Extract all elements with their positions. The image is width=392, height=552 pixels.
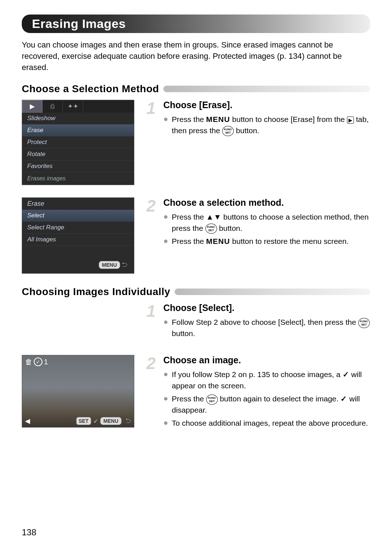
heading-bar bbox=[163, 86, 370, 92]
checkmark-icon bbox=[340, 394, 347, 403]
s1-step2-b2: ● Press the MENU button to restore the m… bbox=[163, 236, 370, 247]
set-badge: SET bbox=[76, 417, 91, 425]
section2-row2: 🗑 ✓ 1 ◀ SET ✓ MENU ⮌ 2 Choose an image. … bbox=[22, 355, 370, 437]
s2-step2-b2: ● Press the FUNCSET button again to dese… bbox=[163, 393, 370, 416]
func-set-icon: FUNCSET bbox=[358, 318, 370, 328]
tab-print: ⎙ bbox=[42, 100, 63, 113]
heading-bar bbox=[175, 289, 370, 295]
bullet-icon: ● bbox=[163, 418, 168, 429]
section2-heading: Choosing Images Individually bbox=[22, 286, 170, 298]
step-number-1: 1 bbox=[144, 303, 158, 341]
text: If you follow Step 2 on p. 135 to choose… bbox=[172, 370, 342, 379]
bullet-icon: ● bbox=[163, 212, 168, 234]
menu-rotate: Rotate bbox=[22, 148, 134, 160]
s2-step2-title: Choose an image. bbox=[163, 355, 370, 365]
erase-all-images: All Images bbox=[22, 234, 134, 246]
bullet-icon: ● bbox=[163, 114, 168, 136]
s2-step1-title: Choose [Select]. bbox=[163, 303, 370, 313]
text: Press the bbox=[172, 237, 206, 245]
check-icon: ✓ bbox=[93, 418, 98, 425]
section1-row2: Erase Select Select Range All Images MEN… bbox=[22, 197, 370, 279]
section2-heading-row: Choosing Images Individually bbox=[22, 286, 370, 298]
s2-step2: 2 Choose an image. ● If you follow Step … bbox=[144, 355, 370, 431]
erase-select-range: Select Range bbox=[22, 222, 134, 234]
menu-slideshow: Slideshow bbox=[22, 113, 134, 124]
erase-title: Erase bbox=[22, 198, 134, 210]
s2-step2-b1: ● If you follow Step 2 on p. 135 to choo… bbox=[163, 369, 370, 391]
bullet-icon: ● bbox=[163, 369, 168, 391]
bullet-icon: ● bbox=[163, 236, 168, 247]
text: Follow Step 2 above to choose [Select], … bbox=[172, 318, 358, 326]
page-number: 138 bbox=[22, 527, 36, 537]
menu-word: MENU bbox=[206, 115, 230, 123]
menu-badge: MENU bbox=[100, 417, 122, 425]
tab-playback: ▶ bbox=[22, 100, 42, 113]
selection-count: 1 bbox=[44, 358, 48, 366]
section2-row1: 1 Choose [Select]. ● Follow Step 2 above… bbox=[22, 303, 370, 348]
check-circle-icon: ✓ bbox=[34, 357, 42, 366]
text: button to choose [Erase] from the bbox=[230, 115, 347, 123]
section1-heading: Choose a Selection Method bbox=[22, 83, 159, 95]
erase-submenu-screenshot: Erase Select Select Range All Images MEN… bbox=[22, 197, 134, 274]
text: Press the bbox=[172, 394, 206, 403]
text: To choose additional images, repeat the … bbox=[172, 418, 368, 429]
func-set-icon: FUNCSET bbox=[206, 394, 218, 405]
menu-erase: Erase bbox=[22, 124, 134, 136]
text: Press the bbox=[172, 115, 206, 123]
image-select-screenshot: 🗑 ✓ 1 ◀ SET ✓ MENU ⮌ bbox=[22, 355, 134, 428]
section-heading-row: Choose a Selection Method bbox=[22, 83, 370, 95]
return-arrow-icon: ⮌ bbox=[122, 262, 127, 268]
step-number-1: 1 bbox=[144, 100, 158, 138]
down-arrow-icon bbox=[214, 213, 221, 221]
func-set-icon: FUNCSET bbox=[222, 126, 234, 136]
text: button. bbox=[234, 126, 259, 135]
s1-step2-title: Choose a selection method. bbox=[163, 197, 370, 208]
selection-indicator: 🗑 ✓ 1 bbox=[25, 357, 48, 366]
text: Press the bbox=[172, 213, 206, 221]
return-arrow-icon: ⮌ bbox=[125, 418, 131, 424]
s1-step2: 2 Choose a selection method. ● Press the… bbox=[144, 197, 370, 249]
text: button again to deselect the image. bbox=[218, 394, 341, 403]
erase-select: Select bbox=[22, 210, 134, 222]
s1-step1-bullet: ● Press the MENU button to choose [Erase… bbox=[163, 114, 370, 136]
menu-word: MENU bbox=[206, 237, 230, 245]
text: button. bbox=[172, 329, 195, 338]
bullet-icon: ● bbox=[163, 393, 168, 416]
playback-tab-icon: ▶ bbox=[347, 116, 354, 124]
up-arrow-icon bbox=[206, 213, 214, 221]
prev-arrow-icon: ◀ bbox=[25, 417, 30, 425]
s1-step1: 1 Choose [Erase]. ● Press the MENU butto… bbox=[144, 100, 370, 138]
intro-text: You can choose images and then erase the… bbox=[22, 40, 370, 73]
tab-tools: ✦✦ bbox=[63, 100, 83, 113]
text: button. bbox=[217, 224, 242, 232]
s2-step1-b1: ● Follow Step 2 above to choose [Select]… bbox=[163, 317, 370, 339]
s1-step2-b1: ● Press the buttons to choose a selectio… bbox=[163, 212, 370, 234]
bullet-icon: ● bbox=[163, 317, 168, 339]
s2-step1: 1 Choose [Select]. ● Follow Step 2 above… bbox=[144, 303, 370, 341]
page-title-bar: Erasing Images bbox=[22, 15, 370, 33]
func-set-icon: FUNCSET bbox=[205, 224, 217, 234]
checkmark-icon bbox=[343, 370, 349, 379]
camera-menu-screenshot: ▶ ⎙ ✦✦ Slideshow Erase Protect Rotate Fa… bbox=[22, 100, 134, 185]
s1-step1-title: Choose [Erase]. bbox=[163, 100, 370, 110]
menu-description: Erases images bbox=[22, 172, 134, 185]
text: button to restore the menu screen. bbox=[230, 237, 349, 245]
section1-row1: ▶ ⎙ ✦✦ Slideshow Erase Protect Rotate Fa… bbox=[22, 100, 370, 190]
menu-protect: Protect bbox=[22, 136, 134, 148]
menu-favorites: Favorites bbox=[22, 160, 134, 172]
step-number-2: 2 bbox=[144, 355, 158, 431]
step-number-2: 2 bbox=[144, 197, 158, 249]
page-title: Erasing Images bbox=[32, 17, 360, 31]
camera-tabs: ▶ ⎙ ✦✦ bbox=[22, 100, 134, 113]
s2-step2-b3: ● To choose additional images, repeat th… bbox=[163, 418, 370, 429]
menu-badge: MENU bbox=[99, 261, 120, 269]
